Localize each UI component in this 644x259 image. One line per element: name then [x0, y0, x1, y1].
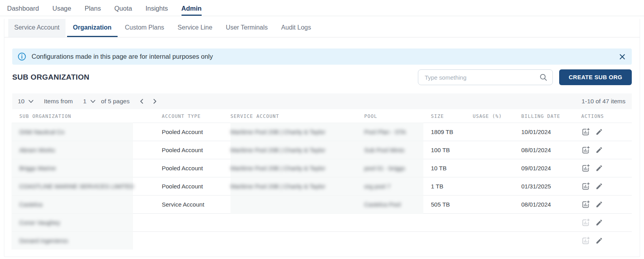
chevron-down-icon — [90, 100, 95, 103]
chevron-down-icon — [28, 100, 34, 103]
table-row: Briggs Marine Pooled Account Maritime Po… — [12, 159, 632, 177]
table-row: Castelca Service Account Castelca Pool 5… — [12, 195, 632, 213]
cell-sub-organization: Castelca — [12, 201, 162, 208]
organization-content: Configurations made in this page are for… — [4, 37, 640, 257]
cell-pool: Castelca Pool — [364, 201, 431, 208]
cell-usage — [473, 129, 521, 135]
cell-actions — [581, 164, 632, 173]
tab-user-terminals[interactable]: User Terminals — [220, 19, 273, 37]
cell-service-account: Maritime Pool 20B | Charity & Taylor — [230, 165, 364, 171]
cell-service-account: Maritime Pool 20B | Charity & Taylor — [230, 183, 364, 190]
info-banner: Configurations made in this page are for… — [12, 48, 632, 65]
create-sub-org-button[interactable]: CREATE SUB ORG — [559, 69, 632, 85]
cell-actions — [581, 182, 632, 191]
cell-size — [431, 219, 473, 226]
cell-service-account — [230, 237, 364, 244]
cell-service-account: Maritime Pool 20B | Charity & Taylor — [230, 147, 364, 153]
next-page-button[interactable] — [152, 98, 158, 104]
table-row: Donard Ingenieros — [12, 231, 632, 250]
cell-sub-organization: Orbit Nautical Co — [12, 129, 162, 135]
cell-size: 505 TB — [431, 201, 473, 208]
info-icon — [18, 52, 26, 61]
pencil-icon — [595, 183, 603, 190]
page-size-value: 10 — [18, 98, 24, 105]
usage-chart-action-button[interactable] — [581, 200, 590, 209]
cell-actions — [581, 200, 632, 209]
cell-sub-organization: COASTLINE MARINE SERVICES LIMITED — [12, 183, 162, 190]
edit-action-button[interactable] — [595, 183, 603, 190]
nav-item-dashboard[interactable]: Dashboard — [7, 0, 39, 16]
column-header-size: SIZE — [431, 114, 473, 119]
tab-service-account[interactable]: Service Account — [8, 19, 66, 37]
cell-usage — [473, 201, 521, 208]
previous-page-button[interactable] — [139, 98, 145, 104]
nav-item-quota[interactable]: Quota — [114, 0, 132, 16]
search-icon[interactable] — [539, 73, 548, 82]
cell-sub-organization: Abram Works — [12, 147, 162, 153]
tab-audit-logs[interactable]: Audit Logs — [275, 19, 317, 37]
cell-account-type — [162, 219, 230, 226]
cell-sub-organization: Conor Vaughey — [12, 219, 162, 226]
cell-billing-date — [521, 219, 581, 226]
cell-size: 10 TB — [431, 165, 473, 171]
pencil-icon — [595, 219, 603, 226]
cell-size — [431, 237, 473, 244]
page-title: SUB ORGANIZATION — [12, 73, 90, 82]
nav-item-insights[interactable]: Insights — [146, 0, 168, 16]
search-box — [418, 69, 553, 85]
banner-message: Configurations made in this page are for… — [32, 53, 213, 60]
edit-action-button[interactable] — [595, 219, 603, 226]
page-size-select[interactable]: 10 — [18, 98, 34, 105]
page-number-select[interactable]: 1 — [83, 98, 95, 105]
cell-pool: Sub Pool Minto — [364, 147, 431, 153]
cell-usage — [473, 165, 521, 171]
nav-item-usage[interactable]: Usage — [52, 0, 71, 16]
cell-size: 1809 TB — [431, 129, 473, 135]
usage-chart-action-button[interactable] — [581, 182, 590, 191]
usage-chart-action-button[interactable] — [581, 128, 590, 136]
edit-action-button[interactable] — [595, 237, 603, 244]
pencil-icon — [595, 237, 603, 244]
cell-sub-organization: Briggs Marine — [12, 165, 162, 171]
nav-item-plans[interactable]: Plans — [84, 0, 101, 16]
pencil-icon — [595, 201, 603, 208]
bar-chart-add-icon — [581, 237, 590, 245]
usage-chart-action-button[interactable] — [581, 146, 590, 155]
cell-pool: pool 01 - briggs — [364, 165, 431, 171]
banner-close-button[interactable] — [619, 54, 625, 60]
tab-organization[interactable]: Organization — [67, 19, 118, 37]
bar-chart-add-icon — [581, 146, 590, 155]
usage-chart-action-button[interactable] — [581, 164, 590, 173]
bar-chart-add-icon — [581, 182, 590, 191]
pagination-bar: 10 Items from 1 of 5 pages — [12, 93, 632, 109]
nav-item-admin[interactable]: Admin — [182, 0, 202, 16]
table-row: Conor Vaughey — [12, 213, 632, 231]
edit-action-button[interactable] — [595, 146, 603, 154]
close-icon — [619, 54, 625, 60]
cell-billing-date: 10/01/2024 — [521, 129, 581, 135]
tab-service-line[interactable]: Service Line — [172, 19, 218, 37]
usage-chart-action-button[interactable] — [581, 237, 590, 245]
cell-pool — [364, 237, 431, 244]
cell-account-type: Pooled Account — [162, 129, 230, 135]
cell-usage — [473, 183, 521, 190]
cell-billing-date: 08/01/2024 — [521, 147, 581, 153]
tab-custom-plans[interactable]: Custom Plans — [119, 19, 170, 37]
edit-action-button[interactable] — [595, 128, 603, 136]
pencil-icon — [595, 146, 603, 154]
admin-panel-card: Service Account Organization Custom Plan… — [4, 19, 640, 257]
cell-size: 100 TB — [431, 147, 473, 153]
cell-billing-date: 08/01/2024 — [521, 201, 581, 208]
usage-chart-action-button[interactable] — [581, 218, 590, 227]
table-row: COASTLINE MARINE SERVICES LIMITED Pooled… — [12, 177, 632, 195]
admin-tabs: Service Account Organization Custom Plan… — [4, 19, 640, 37]
edit-action-button[interactable] — [595, 201, 603, 208]
column-header-sub-organization: SUB ORGANIZATION — [12, 114, 162, 119]
edit-action-button[interactable] — [595, 164, 603, 172]
cell-usage — [473, 219, 521, 226]
search-input[interactable] — [425, 74, 539, 81]
pencil-icon — [595, 164, 603, 172]
items-range-label: 1-10 of 47 items — [582, 98, 625, 105]
cell-pool — [364, 219, 431, 226]
cell-pool: org pool 7 — [364, 183, 431, 190]
